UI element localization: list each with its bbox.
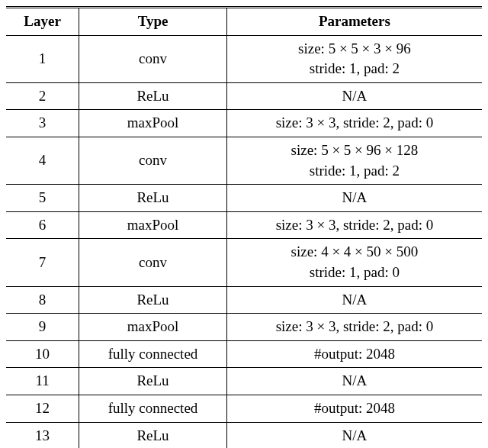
cell-parameters: #output: 2048	[226, 340, 482, 368]
cell-parameters: size: 3 × 3, stride: 2, pad: 0	[226, 110, 482, 137]
cell-type: maxPool	[79, 211, 227, 239]
param-line: size: 4 × 4 × 50 × 500	[291, 243, 419, 259]
cell-type: conv	[79, 35, 227, 82]
param-line: stride: 1, pad: 2	[310, 163, 400, 179]
cell-type: ReLu	[79, 422, 227, 448]
table-row: 1 conv size: 5 × 5 × 3 × 96 stride: 1, p…	[6, 35, 482, 82]
cell-parameters: N/A	[226, 82, 482, 110]
table-header-row: Layer Type Parameters	[6, 8, 482, 36]
cell-layer: 2	[6, 82, 79, 110]
column-header-layer: Layer	[6, 8, 79, 36]
param-line: size: 5 × 5 × 96 × 128	[291, 142, 419, 158]
cell-type: fully connected	[79, 340, 227, 368]
table-row: 9 maxPool size: 3 × 3, stride: 2, pad: 0	[6, 314, 482, 341]
cell-layer: 11	[6, 368, 79, 395]
table-row: 8 ReLu N/A	[6, 286, 482, 314]
cell-layer: 7	[6, 239, 79, 286]
table-row: 11 ReLu N/A	[6, 368, 482, 395]
cell-type: ReLu	[79, 185, 227, 212]
param-line: size: 5 × 5 × 3 × 96	[298, 40, 411, 56]
cell-type: ReLu	[79, 368, 227, 395]
cell-parameters: N/A	[226, 368, 482, 395]
cell-parameters: size: 3 × 3, stride: 2, pad: 0	[226, 211, 482, 239]
table-row: 2 ReLu N/A	[6, 82, 482, 110]
cell-type: maxPool	[79, 314, 227, 341]
cell-layer: 6	[6, 211, 79, 239]
cell-type: ReLu	[79, 286, 227, 314]
column-header-parameters: Parameters	[226, 8, 482, 36]
table-row: 12 fully connected #output: 2048	[6, 395, 482, 422]
network-architecture-table: Layer Type Parameters 1 conv size: 5 × 5…	[6, 6, 482, 448]
cell-parameters: size: 3 × 3, stride: 2, pad: 0	[226, 314, 482, 341]
cell-type: ReLu	[79, 82, 227, 110]
table-row: 7 conv size: 4 × 4 × 50 × 500 stride: 1,…	[6, 239, 482, 286]
cell-type: maxPool	[79, 110, 227, 137]
table-row: 13 ReLu N/A	[6, 422, 482, 448]
cell-layer: 8	[6, 286, 79, 314]
cell-parameters: size: 5 × 5 × 3 × 96 stride: 1, pad: 2	[226, 35, 482, 82]
table-row: 6 maxPool size: 3 × 3, stride: 2, pad: 0	[6, 211, 482, 239]
cell-parameters: size: 4 × 4 × 50 × 500 stride: 1, pad: 0	[226, 239, 482, 286]
table-row: 3 maxPool size: 3 × 3, stride: 2, pad: 0	[6, 110, 482, 137]
cell-layer: 4	[6, 137, 79, 184]
table-row: 4 conv size: 5 × 5 × 96 × 128 stride: 1,…	[6, 137, 482, 184]
cell-type: fully connected	[79, 395, 227, 422]
cell-layer: 1	[6, 35, 79, 82]
cell-parameters: #output: 2048	[226, 395, 482, 422]
cell-layer: 10	[6, 340, 79, 368]
param-line: stride: 1, pad: 0	[310, 264, 400, 280]
cell-type: conv	[79, 137, 227, 184]
cell-parameters: N/A	[226, 185, 482, 212]
cell-layer: 12	[6, 395, 79, 422]
param-line: stride: 1, pad: 2	[310, 60, 400, 76]
cell-layer: 3	[6, 110, 79, 137]
cell-layer: 9	[6, 314, 79, 341]
cell-parameters: size: 5 × 5 × 96 × 128 stride: 1, pad: 2	[226, 137, 482, 184]
cell-parameters: N/A	[226, 286, 482, 314]
cell-layer: 13	[6, 422, 79, 448]
column-header-type: Type	[79, 8, 227, 36]
cell-type: conv	[79, 239, 227, 286]
cell-layer: 5	[6, 185, 79, 212]
table-row: 5 ReLu N/A	[6, 185, 482, 212]
table-row: 10 fully connected #output: 2048	[6, 340, 482, 368]
cell-parameters: N/A	[226, 422, 482, 448]
